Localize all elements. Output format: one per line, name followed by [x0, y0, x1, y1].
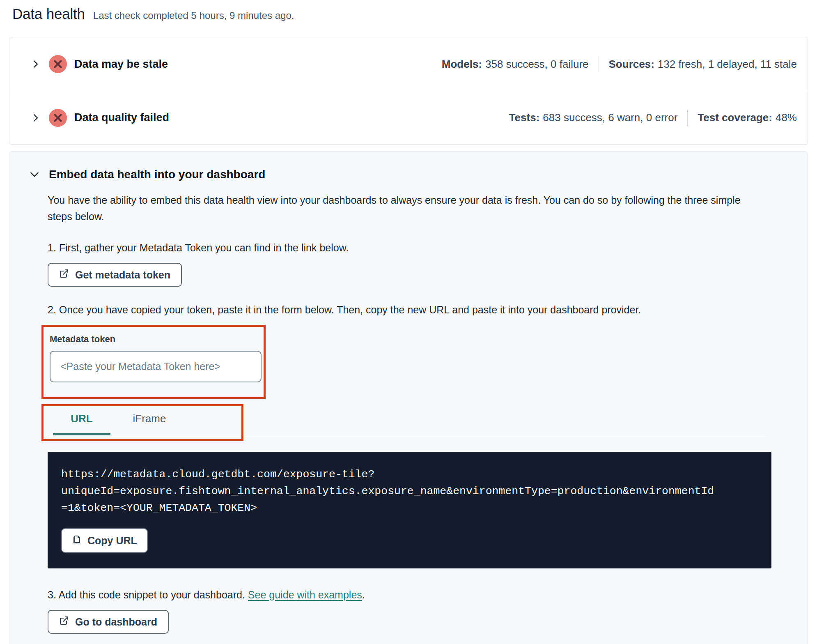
stat-divider	[687, 110, 688, 126]
tab-iframe[interactable]: iFrame	[110, 404, 188, 435]
get-metadata-token-label: Get metadata token	[75, 269, 170, 281]
see-guide-link[interactable]: See guide with examples	[248, 589, 362, 600]
step-2-text: 2. Once you have copied your token, past…	[48, 304, 775, 316]
error-x-circle-icon	[49, 55, 67, 73]
embed-output-tabs: URL iFrame	[41, 404, 775, 441]
status-row-title: Data quality failed	[74, 111, 169, 124]
copy-icon	[72, 534, 82, 547]
copy-url-button[interactable]: Copy URL	[61, 528, 148, 553]
go-to-dashboard-label: Go to dashboard	[75, 616, 157, 628]
step-3-suffix: .	[362, 589, 365, 600]
stat-divider	[599, 56, 599, 72]
external-link-icon	[59, 616, 69, 628]
chevron-down-icon[interactable]	[29, 169, 40, 180]
last-check-status: Last check completed 5 hours, 9 minutes …	[93, 10, 294, 21]
error-x-circle-icon	[49, 109, 67, 127]
status-row-stats: Tests: 683 success, 6 warn, 0 error Test…	[509, 110, 797, 126]
embed-section-header[interactable]: Embed data health into your dashboard	[29, 168, 775, 181]
status-row-title: Data may be stale	[74, 58, 168, 71]
stat-value: 48%	[776, 111, 797, 124]
status-card: Data may be stale Models: 358 success, 0…	[9, 37, 808, 145]
stat-value: 683 success, 6 warn, 0 error	[543, 111, 677, 124]
embed-url-code-block: https://metadata.cloud.getdbt.com/exposu…	[48, 452, 771, 568]
go-to-dashboard-button[interactable]: Go to dashboard	[48, 610, 169, 634]
stat-name: Tests:	[509, 111, 540, 124]
annotation-box-token: Metadata token	[41, 325, 266, 399]
chevron-right-icon[interactable]	[31, 113, 41, 123]
external-link-icon	[59, 269, 69, 281]
embed-url-text: https://metadata.cloud.getdbt.com/exposu…	[61, 466, 757, 517]
stat-name: Sources:	[609, 58, 654, 71]
status-row-stats: Models: 358 success, 0 failure Sources: …	[442, 56, 797, 72]
status-row-stale[interactable]: Data may be stale Models: 358 success, 0…	[9, 37, 808, 91]
copy-url-label: Copy URL	[87, 535, 137, 547]
stat-name: Models:	[442, 58, 482, 71]
get-metadata-token-button[interactable]: Get metadata token	[48, 263, 182, 287]
stat-name: Test coverage:	[698, 111, 772, 124]
chevron-right-icon[interactable]	[31, 59, 41, 69]
stat-value: 132 fresh, 1 delayed, 11 stale	[658, 58, 797, 71]
embed-section-card: Embed data health into your dashboard Yo…	[9, 151, 808, 644]
step-3-text: 3. Add this code snippet to your dashboa…	[48, 589, 775, 601]
tab-url[interactable]: URL	[53, 404, 110, 435]
embed-section-title: Embed data health into your dashboard	[49, 168, 265, 181]
page-title: Data health	[12, 6, 85, 22]
metadata-token-input[interactable]	[50, 351, 262, 382]
page-header: Data health Last check completed 5 hours…	[0, 0, 817, 22]
stat-value: 358 success, 0 failure	[485, 58, 588, 71]
tab-bar: URL iFrame	[48, 404, 765, 435]
step-1-text: 1. First, gather your Metadata Token you…	[48, 242, 775, 254]
status-row-quality[interactable]: Data quality failed Tests: 683 success, …	[9, 91, 808, 144]
embed-description: You have the ability to embed this data …	[48, 192, 750, 225]
metadata-token-label: Metadata token	[50, 334, 115, 344]
step-3-prefix: 3. Add this code snippet to your dashboa…	[48, 589, 248, 600]
